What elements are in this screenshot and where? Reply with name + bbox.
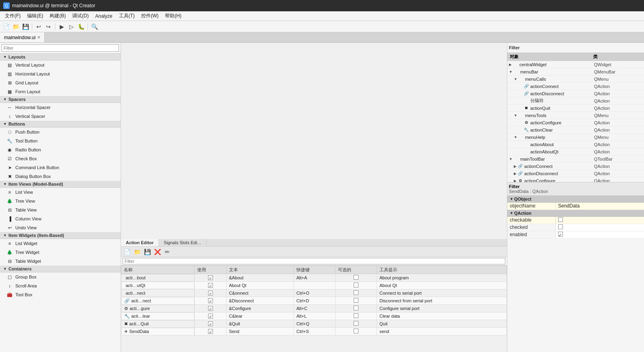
widget-group-containers[interactable]: ▼ Containers [0,266,121,272]
used-checkbox[interactable] [208,306,213,311]
widget-group-item-views-(model-based)[interactable]: ▼ Item Views (Model-Based) [0,181,121,188]
widget-item-column-view[interactable]: ▐Column View [0,214,121,223]
prop-row-checkable[interactable]: checkable [507,217,644,224]
obj-row-menubar[interactable]: ▼ menuBar QMenuBar [507,68,644,75]
table-row[interactable]: ✈ SendData Send Ctrl+S send [121,328,507,335]
widget-group-layouts[interactable]: ▼ Layouts [0,54,121,61]
toolbar-save[interactable]: 💾 [21,22,30,31]
prop-val-area[interactable] [556,231,644,238]
expand-icon[interactable]: ▶ [514,164,517,168]
tab-action-editor[interactable]: Action Editor [121,239,159,246]
used-checkbox[interactable] [208,321,213,326]
prop-val-area[interactable] [556,217,644,224]
widget-item-horizontal-spacer[interactable]: ↔Horizontal Spacer [0,103,121,112]
widget-group-spacers[interactable]: ▼ Spacers [0,96,121,103]
table-row[interactable]: ⚙ acti…gure &Configure Alt+C Configure s… [121,305,507,312]
prop-row-enabled[interactable]: enabled [507,231,644,239]
expand-icon[interactable]: ▼ [514,135,517,139]
prop-row-checked[interactable]: checked [507,224,644,231]
obj-row-menutools[interactable]: ▼ menuTools QMenu [507,112,644,119]
expand-icon[interactable]: ▼ [509,70,513,74]
widget-item-tree-view[interactable]: 🌲Tree View [0,197,121,205]
action-save-btn[interactable]: 💾 [143,247,152,256]
widget-item-horizontal-layout[interactable]: ▥Horizontal Layout [0,69,121,78]
widget-item-group-box[interactable]: ▢Group Box [0,272,121,281]
checkable-checkbox[interactable] [354,275,358,280]
widget-item-form-layout[interactable]: ▦Form Layout [0,87,121,96]
widget-item-table-view[interactable]: ⊟Table View [0,205,121,214]
toolbar-build[interactable]: ▶ [57,22,66,31]
used-checkbox[interactable] [208,314,213,318]
checkable-checkbox[interactable] [354,329,358,333]
prop-checkbox[interactable] [558,217,563,222]
prop-checkbox[interactable] [558,232,563,237]
obj-row-actionquit[interactable]: ✖ actionQuit QAction [507,105,644,112]
widget-item-table-widget[interactable]: ⊟Table Widget [0,257,121,266]
obj-row-actionconnect[interactable]: ▶ 🔗 actionConnect QAction [507,163,644,170]
widget-item-push-button[interactable]: □Push Button [0,128,121,136]
table-row[interactable]: 🔧 acti…lear C&lear Alt+L Clear data [121,312,507,320]
prop-val-area[interactable] [556,224,644,231]
widget-item-vertical-spacer[interactable]: ↕Vertical Spacer [0,112,121,121]
toolbar-debug-run[interactable]: 🐛 [77,22,85,31]
widget-filter-input[interactable] [2,44,119,52]
used-checkbox[interactable] [208,275,213,280]
toolbar-run[interactable]: ▷ [67,22,76,31]
menu-edit[interactable]: 编辑(E) [24,12,46,20]
obj-row-actionabout[interactable]: actionAbout QAction [507,141,644,148]
menu-debug[interactable]: 调试(D) [69,12,92,20]
expand-icon[interactable]: ▶ [514,179,517,182]
action-new-btn[interactable]: 📄 [123,247,131,256]
expand-icon[interactable]: ▼ [514,77,517,81]
action-delete-btn[interactable]: ❌ [153,247,162,256]
widget-item-tree-widget[interactable]: 🌲Tree Widget [0,248,121,257]
menu-file[interactable]: 文件(F) [2,12,24,20]
widget-item-tool-box[interactable]: 🧰Tool Box [0,290,121,299]
action-filter-input[interactable] [123,258,505,264]
table-row[interactable]: acti…bout &About Alt+A About program [121,274,507,282]
obj-row-actionclear[interactable]: 🔧 actionClear QAction [507,126,644,134]
toolbar-open[interactable]: 📁 [11,22,20,31]
checkable-checkbox[interactable] [354,313,358,318]
toolbar-new[interactable]: 📄 [2,22,10,31]
widget-group-buttons[interactable]: ▼ Buttons [0,121,121,128]
table-row[interactable]: acti…utQt About Qt About Qt [121,282,507,289]
prop-checkbox[interactable] [558,224,563,229]
expand-icon[interactable]: ▼ [509,157,513,161]
tab-signals-slots[interactable]: Signals Slots Edi… [159,239,207,246]
obj-row-actiondisconnect[interactable]: ▶ 🔗 actionDisconnect QAction [507,170,644,177]
prop-row-objectname[interactable]: objectName SendData [507,203,644,210]
obj-row-menuhelp[interactable]: ▼ menuHelp QMenu [507,134,644,141]
checkable-checkbox[interactable] [354,290,358,295]
widget-item-list-widget[interactable]: ≡List Widget [0,239,121,248]
widget-item-dialog-button-box[interactable]: ✖Dialog Button Box [0,172,121,181]
checkable-checkbox[interactable] [354,298,358,303]
toolbar-undo[interactable]: ↩ [34,22,43,31]
toolbar-redo[interactable]: ↪ [44,22,53,31]
checkable-checkbox[interactable] [354,306,358,310]
expand-icon[interactable]: ▼ [514,113,517,117]
widget-item-tool-button[interactable]: 🔧Tool Button [0,136,121,145]
checkable-checkbox[interactable] [354,321,358,326]
obj-row-分隔符[interactable]: 分隔符 QAction [507,97,644,105]
toolbar-locate[interactable]: 🔍 [90,22,99,31]
widget-item-scroll-area[interactable]: ↕Scroll Area [0,281,121,290]
used-checkbox[interactable] [208,329,213,334]
obj-row-actionaboutqt[interactable]: actionAboutQt QAction [507,148,644,155]
widget-item-command-link-button[interactable]: ➤Command Link Button [0,163,121,172]
obj-row-centralwidget[interactable]: ▶ centralWidget QWidget [507,61,644,68]
menu-build[interactable]: 构建(B) [46,12,69,20]
widget-item-check-box[interactable]: ☑Check Box [0,154,121,163]
menu-tools[interactable]: 工具(T) [116,12,138,20]
tab-close-icon[interactable]: ✕ [37,35,40,40]
used-checkbox[interactable] [208,283,213,288]
table-row[interactable]: ✖ acti…Quit &Quit Ctrl+Q Quit [121,320,507,328]
table-row[interactable]: 🔗 acti…nect &Disconnect Ctrl+D Disconnec… [121,297,507,305]
obj-row-actionconnect[interactable]: 🔗 actionConnect QAction [507,83,644,90]
tab-mainwindow[interactable]: mainwindow.ui ✕ [0,32,45,42]
widget-item-undo-view[interactable]: ↩Undo View [0,223,121,232]
used-checkbox[interactable] [208,298,213,303]
menu-analyze[interactable]: Analyze [92,13,116,20]
obj-row-actionconfigure[interactable]: ▶ ⚙ actionConfigure QAction [507,177,644,182]
obj-row-actionconfigure[interactable]: ⚙ actionConfigure QAction [507,119,644,126]
